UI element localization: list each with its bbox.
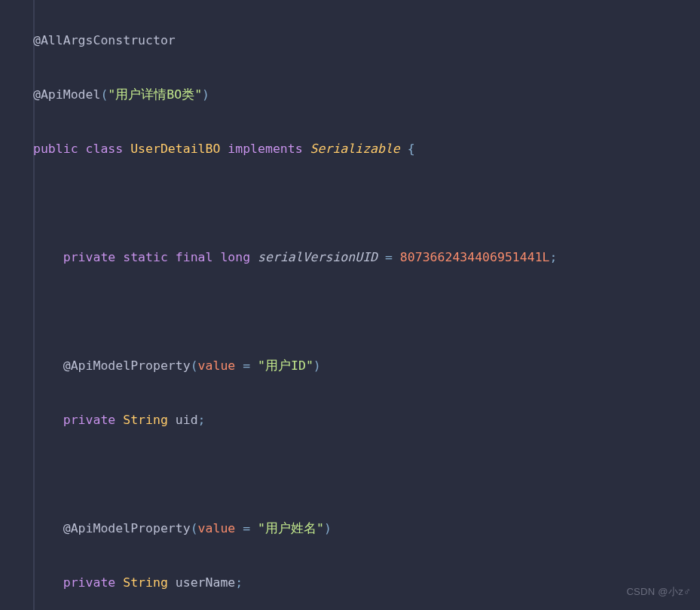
param-value: value — [198, 358, 236, 373]
watermark: CSDN @小z♂ — [626, 578, 691, 605]
kw-static: static — [123, 250, 168, 264]
kw-class: class — [86, 142, 124, 156]
field-username: userName — [176, 575, 235, 590]
string-uid: 用户ID — [265, 358, 306, 373]
kw-implements: implements — [228, 142, 302, 156]
annotation-apimodel: @ApiModel — [33, 87, 100, 102]
type-string: String — [123, 575, 168, 590]
annotation-apiprop: @ApiModelProperty — [63, 521, 191, 535]
kw-private: private — [63, 575, 116, 590]
class-name: UserDetailBO — [130, 142, 220, 156]
annotation-allargs: @AllArgsConstructor — [33, 33, 176, 47]
code-editor: @AllArgsConstructor @ApiModel("用户详情BO类")… — [0, 0, 700, 610]
kw-private: private — [63, 413, 116, 427]
string-apimodel: 用户详情BO类 — [115, 87, 194, 102]
string-username: 用户姓名 — [265, 521, 316, 535]
kw-private: private — [63, 250, 116, 264]
code-block: @AllArgsConstructor @ApiModel("用户详情BO类")… — [0, 0, 700, 610]
type-string: String — [123, 413, 168, 427]
field-svuid: serialVersionUID — [258, 250, 378, 264]
kw-final: final — [176, 250, 213, 264]
class-serializable: Serializable — [310, 142, 400, 156]
field-uid: uid — [176, 413, 198, 427]
param-value: value — [198, 521, 236, 535]
annotation-apiprop: @ApiModelProperty — [63, 358, 191, 373]
type-long: long — [220, 250, 250, 264]
num-svuid: 8073662434406951441L — [400, 250, 550, 264]
kw-public: public — [33, 142, 78, 156]
